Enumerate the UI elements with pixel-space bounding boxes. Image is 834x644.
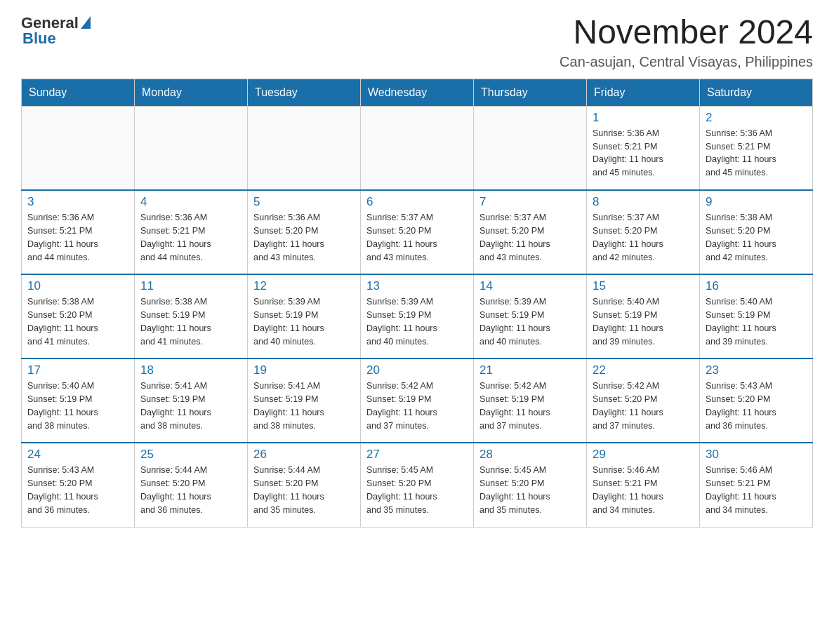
calendar-cell: 10Sunrise: 5:38 AM Sunset: 5:20 PM Dayli… xyxy=(22,274,135,358)
calendar-cell: 13Sunrise: 5:39 AM Sunset: 5:19 PM Dayli… xyxy=(361,274,474,358)
day-number: 24 xyxy=(27,448,128,462)
day-number: 18 xyxy=(140,363,241,377)
day-number: 26 xyxy=(253,448,355,462)
day-number: 17 xyxy=(27,363,128,377)
calendar-cell: 6Sunrise: 5:37 AM Sunset: 5:20 PM Daylig… xyxy=(361,190,474,274)
page-header: General Blue November 2024 Can-asujan, C… xyxy=(21,14,813,70)
logo-blue-text: Blue xyxy=(22,29,56,48)
day-number: 23 xyxy=(706,363,807,377)
day-info: Sunrise: 5:45 AM Sunset: 5:20 PM Dayligh… xyxy=(479,464,581,516)
day-info: Sunrise: 5:39 AM Sunset: 5:19 PM Dayligh… xyxy=(366,295,468,348)
calendar-cell: 17Sunrise: 5:40 AM Sunset: 5:19 PM Dayli… xyxy=(22,358,135,443)
day-info: Sunrise: 5:39 AM Sunset: 5:19 PM Dayligh… xyxy=(253,295,355,348)
day-info: Sunrise: 5:36 AM Sunset: 5:21 PM Dayligh… xyxy=(706,127,807,180)
calendar-cell: 28Sunrise: 5:45 AM Sunset: 5:20 PM Dayli… xyxy=(474,443,587,527)
day-number: 28 xyxy=(479,448,581,462)
day-number: 11 xyxy=(140,279,241,293)
day-number: 21 xyxy=(479,363,581,377)
weekday-header-tuesday: Tuesday xyxy=(248,79,361,106)
calendar-cell: 16Sunrise: 5:40 AM Sunset: 5:19 PM Dayli… xyxy=(700,274,813,358)
day-number: 22 xyxy=(593,363,694,377)
day-info: Sunrise: 5:42 AM Sunset: 5:19 PM Dayligh… xyxy=(479,380,581,432)
day-number: 9 xyxy=(706,195,807,209)
calendar-cell: 18Sunrise: 5:41 AM Sunset: 5:19 PM Dayli… xyxy=(135,358,248,443)
day-number: 25 xyxy=(140,448,241,462)
calendar-cell xyxy=(22,106,135,190)
day-number: 15 xyxy=(593,279,694,293)
calendar-cell xyxy=(474,106,587,190)
day-number: 6 xyxy=(366,195,468,209)
day-info: Sunrise: 5:38 AM Sunset: 5:20 PM Dayligh… xyxy=(706,211,807,264)
day-info: Sunrise: 5:36 AM Sunset: 5:21 PM Dayligh… xyxy=(140,211,241,264)
day-number: 29 xyxy=(593,448,694,462)
calendar-cell: 2Sunrise: 5:36 AM Sunset: 5:21 PM Daylig… xyxy=(700,106,813,190)
title-area: November 2024 Can-asujan, Central Visaya… xyxy=(560,14,813,70)
day-info: Sunrise: 5:36 AM Sunset: 5:20 PM Dayligh… xyxy=(253,211,355,264)
day-number: 3 xyxy=(27,195,128,209)
calendar-cell: 20Sunrise: 5:42 AM Sunset: 5:19 PM Dayli… xyxy=(361,358,474,443)
day-info: Sunrise: 5:45 AM Sunset: 5:20 PM Dayligh… xyxy=(366,464,468,516)
day-number: 27 xyxy=(366,448,468,462)
day-info: Sunrise: 5:44 AM Sunset: 5:20 PM Dayligh… xyxy=(253,464,355,516)
day-info: Sunrise: 5:41 AM Sunset: 5:19 PM Dayligh… xyxy=(253,380,355,432)
calendar-cell: 1Sunrise: 5:36 AM Sunset: 5:21 PM Daylig… xyxy=(587,106,700,190)
day-info: Sunrise: 5:43 AM Sunset: 5:20 PM Dayligh… xyxy=(706,380,807,432)
calendar-cell: 27Sunrise: 5:45 AM Sunset: 5:20 PM Dayli… xyxy=(361,443,474,527)
calendar-cell: 3Sunrise: 5:36 AM Sunset: 5:21 PM Daylig… xyxy=(22,190,135,274)
day-number: 16 xyxy=(706,279,807,293)
calendar-table: SundayMondayTuesdayWednesdayThursdayFrid… xyxy=(21,79,813,528)
day-number: 2 xyxy=(706,111,807,125)
day-info: Sunrise: 5:37 AM Sunset: 5:20 PM Dayligh… xyxy=(593,211,694,264)
calendar-week-2: 3Sunrise: 5:36 AM Sunset: 5:21 PM Daylig… xyxy=(22,190,813,274)
day-info: Sunrise: 5:40 AM Sunset: 5:19 PM Dayligh… xyxy=(706,295,807,348)
calendar-cell: 14Sunrise: 5:39 AM Sunset: 5:19 PM Dayli… xyxy=(474,274,587,358)
calendar-cell: 24Sunrise: 5:43 AM Sunset: 5:20 PM Dayli… xyxy=(22,443,135,527)
weekday-header-wednesday: Wednesday xyxy=(361,79,474,106)
calendar-cell: 22Sunrise: 5:42 AM Sunset: 5:20 PM Dayli… xyxy=(587,358,700,443)
day-number: 1 xyxy=(593,111,694,125)
calendar-cell: 30Sunrise: 5:46 AM Sunset: 5:21 PM Dayli… xyxy=(700,443,813,527)
calendar-cell: 15Sunrise: 5:40 AM Sunset: 5:19 PM Dayli… xyxy=(587,274,700,358)
day-info: Sunrise: 5:40 AM Sunset: 5:19 PM Dayligh… xyxy=(27,380,128,432)
day-info: Sunrise: 5:42 AM Sunset: 5:20 PM Dayligh… xyxy=(593,380,694,432)
calendar-week-5: 24Sunrise: 5:43 AM Sunset: 5:20 PM Dayli… xyxy=(22,443,813,527)
calendar-cell xyxy=(361,106,474,190)
calendar-cell: 25Sunrise: 5:44 AM Sunset: 5:20 PM Dayli… xyxy=(135,443,248,527)
day-info: Sunrise: 5:36 AM Sunset: 5:21 PM Dayligh… xyxy=(593,127,694,180)
calendar-cell: 5Sunrise: 5:36 AM Sunset: 5:20 PM Daylig… xyxy=(248,190,361,274)
day-number: 30 xyxy=(706,448,807,462)
day-info: Sunrise: 5:36 AM Sunset: 5:21 PM Dayligh… xyxy=(27,211,128,264)
day-number: 10 xyxy=(27,279,128,293)
day-info: Sunrise: 5:38 AM Sunset: 5:20 PM Dayligh… xyxy=(27,295,128,348)
calendar-cell xyxy=(248,106,361,190)
day-number: 12 xyxy=(253,279,355,293)
weekday-header-friday: Friday xyxy=(587,79,700,106)
calendar-cell: 26Sunrise: 5:44 AM Sunset: 5:20 PM Dayli… xyxy=(248,443,361,527)
calendar-cell: 11Sunrise: 5:38 AM Sunset: 5:19 PM Dayli… xyxy=(135,274,248,358)
calendar-body: 1Sunrise: 5:36 AM Sunset: 5:21 PM Daylig… xyxy=(22,106,813,527)
day-number: 14 xyxy=(479,279,581,293)
calendar-cell: 12Sunrise: 5:39 AM Sunset: 5:19 PM Dayli… xyxy=(248,274,361,358)
calendar-cell: 4Sunrise: 5:36 AM Sunset: 5:21 PM Daylig… xyxy=(135,190,248,274)
day-info: Sunrise: 5:40 AM Sunset: 5:19 PM Dayligh… xyxy=(593,295,694,348)
calendar-cell: 29Sunrise: 5:46 AM Sunset: 5:21 PM Dayli… xyxy=(587,443,700,527)
weekday-header-sunday: Sunday xyxy=(22,79,135,106)
day-info: Sunrise: 5:37 AM Sunset: 5:20 PM Dayligh… xyxy=(366,211,468,264)
calendar-cell: 21Sunrise: 5:42 AM Sunset: 5:19 PM Dayli… xyxy=(474,358,587,443)
day-info: Sunrise: 5:46 AM Sunset: 5:21 PM Dayligh… xyxy=(593,464,694,516)
calendar-week-1: 1Sunrise: 5:36 AM Sunset: 5:21 PM Daylig… xyxy=(22,106,813,190)
month-title: November 2024 xyxy=(560,14,813,51)
weekday-header-thursday: Thursday xyxy=(474,79,587,106)
day-number: 5 xyxy=(253,195,355,209)
weekday-header-saturday: Saturday xyxy=(700,79,813,106)
calendar-cell xyxy=(135,106,248,190)
day-info: Sunrise: 5:38 AM Sunset: 5:19 PM Dayligh… xyxy=(140,295,241,348)
day-number: 4 xyxy=(140,195,241,209)
logo: General Blue xyxy=(21,14,91,48)
day-info: Sunrise: 5:41 AM Sunset: 5:19 PM Dayligh… xyxy=(140,380,241,432)
calendar-header: SundayMondayTuesdayWednesdayThursdayFrid… xyxy=(22,79,813,106)
day-info: Sunrise: 5:37 AM Sunset: 5:20 PM Dayligh… xyxy=(479,211,581,264)
day-info: Sunrise: 5:39 AM Sunset: 5:19 PM Dayligh… xyxy=(479,295,581,348)
day-number: 13 xyxy=(366,279,468,293)
weekday-header-row: SundayMondayTuesdayWednesdayThursdayFrid… xyxy=(22,79,813,106)
